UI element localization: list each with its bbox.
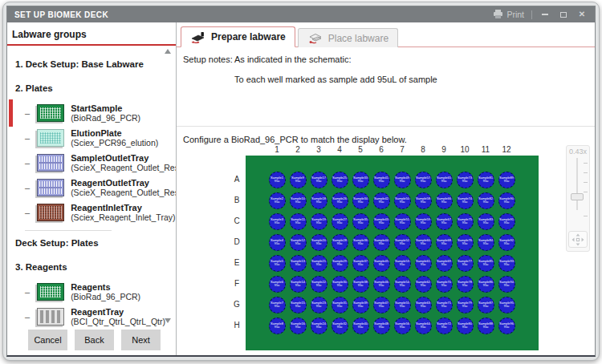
- well-B2: Sample1095u: [290, 192, 307, 209]
- well-volume-label: 95u: [421, 263, 426, 266]
- labware-type: (Sciex_PCR96_elution): [71, 138, 158, 148]
- collapse-dash-icon[interactable]: –: [25, 183, 30, 192]
- well-volume-label: 95u: [337, 326, 343, 329]
- well-C9: Sample6795u: [436, 213, 453, 230]
- collapse-dash-icon[interactable]: –: [25, 287, 30, 297]
- close-icon: ✕: [579, 10, 585, 18]
- setup-biomek-deck-window: SET UP BIOMEK DECK Print ✕ La: [2, 2, 600, 361]
- well-H12: Sample9695u: [498, 317, 515, 334]
- selection-indicator: [9, 99, 13, 127]
- maximize-icon: [560, 12, 567, 18]
- well-volume-label: 95u: [337, 180, 343, 183]
- column-header-4: 4: [329, 145, 350, 154]
- labware-type: (ScieX_Reagent_Outlet_Res): [71, 163, 176, 172]
- well-B10: Sample7495u: [457, 192, 474, 209]
- well-E1: Sample595u: [269, 255, 286, 272]
- column-header-7: 7: [392, 145, 413, 154]
- well-B12: Sample9095u: [498, 192, 515, 209]
- labware-item-ReagentInletTray[interactable]: –ReagentInletTray(Sciex_Reagent_Inlet_Tr…: [7, 200, 176, 224]
- zoom-slider-handle[interactable]: [571, 193, 584, 200]
- well-D1: Sample495u: [269, 234, 286, 251]
- zoom-tick: [584, 172, 588, 173]
- well-volume-label: 95u: [316, 221, 322, 224]
- tab-place-labware[interactable]: Place labware: [298, 28, 398, 47]
- collapse-dash-icon[interactable]: –: [25, 108, 30, 118]
- well-B3: Sample1895u: [311, 192, 327, 209]
- well-H5: Sample4095u: [352, 317, 369, 334]
- well-volume-label: 95u: [358, 180, 364, 183]
- labware-item-text: ReagentTray(BCI_Qtr_QtrL_QtrL_Qtr): [71, 307, 165, 327]
- well-volume-label: 95u: [275, 305, 280, 308]
- well-volume-label: 95u: [462, 242, 468, 245]
- labware-name: SampletOutletTray: [71, 153, 176, 164]
- zoom-slider[interactable]: [567, 156, 589, 231]
- well-G6: Sample4795u: [373, 297, 390, 313]
- group-label: 2. Plates: [7, 76, 176, 100]
- column-header-2: 2: [287, 145, 308, 154]
- well-volume-label: 95u: [462, 221, 468, 224]
- well-volume-label: 95u: [504, 242, 510, 245]
- zoom-control: 0.43x: [566, 145, 590, 252]
- well-volume-label: 95u: [400, 305, 405, 308]
- collapse-dash-icon[interactable]: –: [25, 312, 30, 322]
- well-volume-label: 95u: [483, 242, 489, 245]
- well-G4: Sample3195u: [332, 297, 348, 313]
- well-volume-label: 95u: [316, 305, 322, 308]
- column-header-11: 11: [475, 145, 496, 154]
- zoom-slider-track[interactable]: [576, 158, 578, 210]
- collapse-dash-icon[interactable]: –: [25, 208, 30, 217]
- collapse-dash-icon[interactable]: –: [25, 158, 30, 168]
- well-F10: Sample7895u: [457, 276, 474, 293]
- setup-notes-label: Setup notes:: [183, 55, 234, 64]
- tab-label: Place labware: [328, 33, 388, 44]
- collapse-dash-icon[interactable]: –: [25, 133, 30, 143]
- labware-item-ElutionPlate[interactable]: –ElutionPlate(Sciex_PCR96_elution): [7, 126, 176, 150]
- well-volume-label: 95u: [504, 221, 510, 224]
- well-volume-label: 95u: [275, 180, 280, 183]
- well-G10: Sample7995u: [457, 297, 474, 313]
- well-C10: Sample7595u: [457, 213, 474, 230]
- back-button[interactable]: Back: [75, 330, 114, 350]
- well-volume-label: 95u: [316, 263, 322, 266]
- labware-item-SampletOutletTray[interactable]: –SampletOutletTray(ScieX_Reagent_Outlet_…: [7, 151, 176, 175]
- well-H10: Sample8095u: [457, 317, 474, 334]
- well-volume-label: 95u: [441, 305, 447, 308]
- scroll-up-arrow[interactable]: [165, 49, 171, 54]
- labware-item-text: SampletOutletTray(ScieX_Reagent_Outlet_R…: [71, 153, 176, 173]
- place-labware-icon: [307, 32, 323, 44]
- labware-item-ReagentOutletTray[interactable]: –ReagentOutletTray(ScieX_Reagent_Outlet_…: [7, 176, 176, 200]
- well-volume-label: 95u: [316, 326, 322, 329]
- labware-name: ElutionPlate: [71, 128, 158, 139]
- tab-bar: Prepare labware Place labware: [177, 26, 595, 47]
- well-volume-label: 95u: [462, 180, 468, 183]
- minimize-button[interactable]: [539, 9, 551, 20]
- pan-button[interactable]: [568, 231, 588, 248]
- zoom-tick: [584, 163, 588, 164]
- maximize-button[interactable]: [558, 9, 569, 20]
- well-volume-label: 95u: [316, 284, 322, 287]
- well-volume-label: 95u: [483, 263, 489, 266]
- labware-item-Reagents[interactable]: –Reagents(BioRad_96_PCR): [7, 280, 176, 304]
- well-D7: Sample5295u: [394, 234, 411, 251]
- well-volume-label: 95u: [421, 221, 426, 224]
- print-button[interactable]: Print: [493, 10, 524, 19]
- well-E11: Sample8595u: [478, 255, 494, 272]
- labware-type: (BCI_Qtr_QtrL_QtrL_Qtr): [71, 317, 165, 326]
- well-B6: Sample4295u: [373, 192, 390, 209]
- cancel-button[interactable]: Cancel: [28, 330, 67, 350]
- column-header-6: 6: [371, 145, 392, 154]
- close-button[interactable]: ✕: [576, 9, 588, 20]
- well-volume-label: 95u: [483, 284, 489, 287]
- labware-item-StartSample[interactable]: –StartSample(BioRad_96_PCR): [7, 101, 176, 125]
- well-C5: Sample3595u: [352, 213, 369, 230]
- well-volume-label: 95u: [483, 200, 489, 204]
- well-B11: Sample8295u: [478, 192, 494, 209]
- row-header-A: A: [231, 175, 242, 184]
- well-volume-label: 95u: [441, 180, 447, 183]
- labware-item-ReagentTray[interactable]: –ReagentTray(BCI_Qtr_QtrL_QtrL_Qtr): [7, 305, 176, 328]
- well-H6: Sample4895u: [373, 317, 390, 334]
- well-D9: Sample6895u: [436, 234, 453, 251]
- next-button[interactable]: Next: [121, 330, 161, 350]
- tab-prepare-labware[interactable]: Prepare labware: [181, 26, 295, 47]
- well-E6: Sample4595u: [373, 255, 390, 272]
